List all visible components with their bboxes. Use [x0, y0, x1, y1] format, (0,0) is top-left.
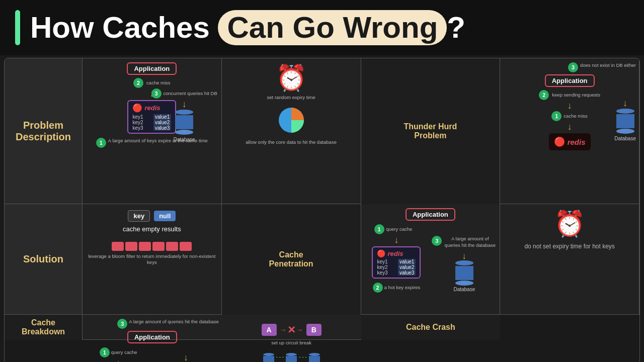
pen-db — [616, 109, 634, 134]
pen-step2-num: 2 — [539, 90, 549, 100]
thunder-sol-text2: allow only the core data to hit the data… — [246, 139, 337, 146]
pen-sol-text2: leverage a bloom filter to return immedi… — [87, 253, 217, 266]
title-highlight: Can Go Wrong — [218, 10, 447, 45]
crash-cluster-icons: - - - - - - - - - - - - — [263, 353, 320, 362]
breakdown-app-box: Application — [406, 208, 455, 221]
breakdown-solution-cell: ⏰ do not set expiry time for hot keys — [500, 204, 639, 315]
crash-solution-cell: A → ✕ → B set up circuit break - - - - -… — [222, 315, 361, 340]
pen-db-label: Database — [614, 136, 636, 141]
breakdown-sol-text: do not set expiry time for hot keys — [524, 242, 614, 250]
solution-label-text: Solution — [23, 253, 63, 265]
thunder-db-label: Database — [174, 137, 195, 142]
breakdown-db — [455, 260, 473, 286]
pen-step1-text: cache miss — [564, 113, 588, 120]
crash-circuit-b: B — [306, 324, 321, 336]
crash-circuit-a: A — [262, 324, 277, 336]
crash-step1-num: 1 — [100, 347, 110, 357]
thunder-step2-text: cache miss — [146, 80, 171, 86]
pen-redis: 🔴 redis — [549, 133, 591, 150]
crash-step3-num: 3 — [117, 319, 127, 329]
breakdown-redis: 🔴 redis key1value1 key2value2 key3value3 — [372, 246, 421, 279]
bd-step1-num: 1 — [374, 224, 384, 234]
thunder-pie-chart — [276, 105, 306, 137]
pen-arrow2: ↓ — [568, 122, 572, 131]
thunder-sol-text1: set random expiry time — [267, 95, 315, 101]
crash-problem-cell: 3 A large amount of queries hit the data… — [83, 315, 222, 340]
breakdown-bottom-label: CacheBreakdown — [5, 315, 83, 340]
crash-step3-text: A large amount of queries hit the databa… — [129, 319, 219, 325]
thunder-label-text: Thunder HurdProblem — [404, 122, 457, 140]
penetration-label-text: CachePenetration — [269, 250, 313, 268]
pen-step3-text: does not exist in DB either — [580, 62, 636, 69]
green-bar-accent — [15, 10, 20, 45]
thunder-app-box: Application — [127, 62, 177, 75]
crash-bottom-label: Cache Crash — [361, 315, 501, 340]
pen-key-box: key — [128, 210, 150, 222]
thunder-db — [175, 110, 193, 135]
crash-circuit-row: A → ✕ → B — [262, 324, 321, 336]
pen-step2-text: keep sending requests — [552, 92, 600, 99]
problem-label-text: ProblemDescription — [16, 120, 71, 143]
pen-arrow3: ↓ — [623, 99, 627, 108]
thunder-solution-cell: ⏰ set random expiry time allow only the … — [222, 58, 361, 204]
crash-sol-text1: set up circuit break — [271, 340, 311, 346]
pen-step3-num: 3 — [568, 62, 578, 72]
pen-sol-text1: cache empty results — [123, 225, 181, 234]
thunder-step3-num: 3 — [151, 88, 162, 99]
breakdown-clock-icon: ⏰ — [554, 209, 585, 238]
thunder-arrow2: ↓ — [182, 100, 187, 109]
title-part1: How Caches — [30, 11, 218, 44]
penetration-solution-cell: key null cache empty results leverage a … — [83, 204, 222, 315]
bd-step2-text: a hot key expires — [384, 285, 421, 291]
thunder-problem-cell: Application 2 cache miss ↓ 🔴 redis key1v… — [83, 58, 222, 204]
pen-arrow1: ↓ — [568, 101, 572, 110]
problem-label: ProblemDescription — [5, 58, 83, 204]
penetration-problem-cell: 3 does not exist in DB either Applicatio… — [500, 58, 639, 204]
crash-label-text: Cache Crash — [406, 323, 455, 332]
thunder-clock-icon: ⏰ — [276, 63, 307, 93]
breakdown-db-label: Database — [453, 287, 475, 292]
title-part2: ? — [447, 11, 465, 44]
pen-step1-num: 1 — [551, 111, 561, 121]
main-grid: ProblemDescription Solution Application … — [4, 58, 640, 362]
bd-step3-num: 3 — [432, 236, 442, 246]
pen-null-box: null — [154, 211, 176, 221]
crash-step1-text: query cache — [111, 349, 137, 356]
crash-app-box: Application — [127, 331, 177, 343]
breakdown-label-text: CacheBreakdown — [22, 318, 65, 336]
pen-app-box: Application — [545, 74, 595, 87]
thunder-step1-num: 1 — [96, 138, 106, 148]
bd-step1-text: query cache — [386, 226, 413, 233]
thunder-bottom-label: Thunder HurdProblem — [361, 58, 501, 204]
pen-bloom-pills — [112, 242, 192, 251]
bd-step2-num: 2 — [373, 283, 383, 293]
thunder-step3-text: concurrent queries hit DB — [164, 90, 217, 97]
penetration-bottom-label: CachePenetration — [222, 204, 361, 315]
solution-label: Solution — [5, 204, 83, 315]
bd-step3-text: A large amount of queries hit the databa… — [443, 236, 497, 249]
main-title: How Caches Can Go Wrong? — [30, 10, 465, 45]
header: How Caches Can Go Wrong? — [0, 0, 644, 55]
breakdown-problem-cell: Application 1 query cache ↓ 🔴 redis key1 — [361, 204, 501, 315]
thunder-step2-num: 2 — [133, 78, 143, 88]
